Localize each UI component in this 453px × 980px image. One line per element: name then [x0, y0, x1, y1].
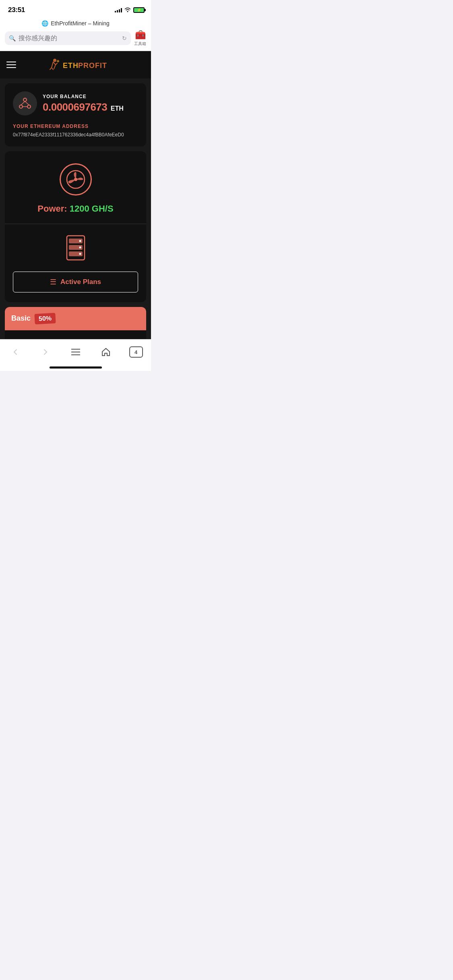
eth-nodes-icon [18, 97, 32, 110]
balance-amount-row: 0.0000697673 ETH [43, 101, 138, 113]
home-button[interactable] [97, 345, 115, 359]
status-bar: 23:51 ⚡ [0, 0, 151, 18]
logo: ETH PROFIT [43, 57, 108, 73]
balance-card: YOUR BALANCE 0.0000697673 ETH YOUR ETHER… [5, 83, 146, 146]
hamburger-button[interactable] [6, 62, 16, 68]
search-icon: 🔍 [9, 35, 16, 41]
toolbox-label: 工具箱 [134, 41, 146, 47]
eth-icon-circle [13, 91, 37, 115]
svg-line-6 [21, 101, 25, 105]
browser-menu-icon [71, 348, 80, 356]
plan-basic-label: Basic [11, 314, 31, 323]
fan-icon-container [60, 163, 92, 196]
signal-icon [115, 8, 122, 12]
eth-address-value: 0x77f874eEA2333f111762336dec4a4fBB0AfeEe… [13, 132, 138, 138]
svg-text:ETH: ETH [63, 62, 79, 70]
reload-icon[interactable]: ↻ [122, 35, 127, 41]
server-icon-container [64, 234, 88, 264]
forward-icon [41, 348, 50, 356]
svg-point-0 [53, 59, 56, 62]
svg-point-10 [74, 178, 77, 181]
home-icon [101, 348, 110, 356]
active-plans-button[interactable]: ☰ Active Plans [13, 272, 138, 292]
svg-point-17 [79, 253, 81, 255]
svg-point-4 [19, 105, 23, 108]
home-indicator-bar [50, 366, 102, 369]
wifi-icon [124, 7, 131, 13]
bottom-nav: 4 [0, 339, 151, 363]
back-button[interactable] [6, 345, 24, 359]
toolbox-icon: 🧰 [135, 30, 146, 40]
browser-chrome: 🌐 EthProfitMiner – Mining 🔍 ↻ 🧰 工具箱 [0, 18, 151, 51]
svg-point-16 [79, 246, 81, 248]
svg-line-7 [25, 101, 29, 105]
tabs-badge: 4 [129, 346, 143, 358]
app-content: ETH PROFIT YOUR BALANCE [0, 51, 151, 339]
back-icon [11, 348, 19, 356]
globe-icon: 🌐 [41, 20, 48, 27]
nav-bar: ETH PROFIT [0, 51, 151, 78]
svg-point-3 [23, 98, 27, 101]
toolbox-button[interactable]: 🧰 工具箱 [134, 30, 146, 47]
fan-icon [66, 170, 85, 189]
svg-text:PROFIT: PROFIT [78, 62, 107, 70]
balance-currency: ETH [111, 105, 124, 112]
plan-discount-badge: 50% [34, 313, 56, 324]
plans-list-icon: ☰ [50, 278, 56, 286]
search-bar-container[interactable]: 🔍 ↻ [5, 31, 131, 45]
power-text: Power: 1200 GH/S [37, 204, 113, 214]
active-plans-label: Active Plans [60, 278, 101, 286]
ethereum-address-section: YOUR ETHEREUM ADDRESS 0x77f874eEA2333f11… [13, 124, 138, 138]
home-indicator [0, 363, 151, 371]
eth-address-label: YOUR ETHEREUM ADDRESS [13, 124, 138, 129]
balance-amount: 0.0000697673 [43, 101, 107, 113]
tabs-button[interactable]: 4 [127, 345, 145, 359]
status-icons: ⚡ [115, 7, 145, 13]
power-value: 1200 GH/S [70, 204, 114, 214]
search-input[interactable] [5, 31, 131, 45]
status-time: 23:51 [8, 6, 25, 14]
active-plans-card: ☰ Active Plans [5, 224, 146, 302]
browser-menu-button[interactable] [67, 345, 85, 359]
browser-toolbar: 🔍 ↻ 🧰 工具箱 [5, 30, 146, 47]
balance-right: YOUR BALANCE 0.0000697673 ETH [43, 94, 138, 113]
svg-point-15 [79, 240, 81, 242]
plan-preview-inner: Basic 50% [5, 307, 146, 330]
tabs-count: 4 [134, 349, 137, 355]
server-icon [64, 234, 88, 262]
power-label: Power: [37, 204, 67, 214]
svg-point-5 [27, 105, 31, 108]
plan-preview: Basic 50% [5, 307, 146, 339]
forward-button[interactable] [37, 345, 54, 359]
battery-icon: ⚡ [133, 7, 145, 13]
browser-title: 🌐 EthProfitMiner – Mining [5, 20, 146, 30]
logo-image: ETH PROFIT [43, 57, 108, 73]
power-card: Power: 1200 GH/S [5, 151, 146, 224]
balance-top: YOUR BALANCE 0.0000697673 ETH [13, 91, 138, 115]
browser-title-text: EthProfitMiner – Mining [51, 20, 110, 27]
balance-label: YOUR BALANCE [43, 94, 138, 99]
